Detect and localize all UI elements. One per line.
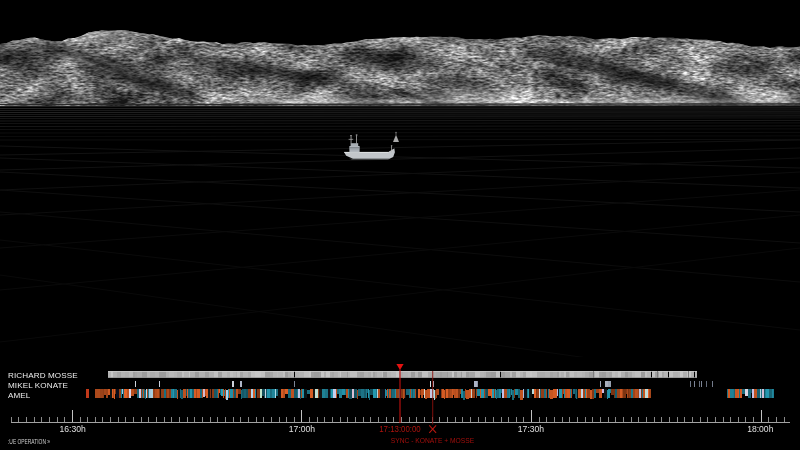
svg-text:17:30h: 17:30h bbox=[518, 424, 545, 434]
svg-text:MIKEL KONATE: MIKEL KONATE bbox=[8, 381, 69, 390]
svg-text:18:00h: 18:00h bbox=[747, 424, 774, 434]
svg-text:17:00h: 17:00h bbox=[289, 424, 316, 434]
svg-text:SYNC - KONATE + MOSSE: SYNC - KONATE + MOSSE bbox=[391, 436, 475, 445]
svg-text::UE OPERATION »: :UE OPERATION » bbox=[8, 438, 50, 445]
svg-text:AMEL: AMEL bbox=[8, 391, 31, 400]
svg-text:RICHARD MOSSE: RICHARD MOSSE bbox=[8, 371, 78, 380]
svg-text:17:13:00:00: 17:13:00:00 bbox=[379, 424, 421, 434]
svg-text:16:30h: 16:30h bbox=[60, 424, 87, 434]
